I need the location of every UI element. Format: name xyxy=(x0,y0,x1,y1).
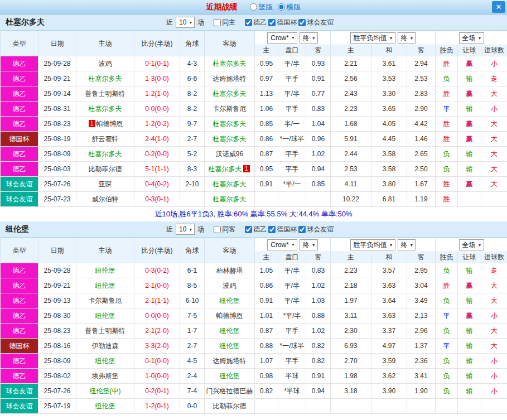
goals-result-cell: 小 xyxy=(481,56,507,71)
match-row: 德乙25-09-21杜塞尔多夫1-3(0-0)6-6达姆施塔特0.97平手0.9… xyxy=(1,71,507,86)
handicap-result-cell: 赢 xyxy=(458,117,481,132)
match-score: 0-2(0-0) xyxy=(134,147,180,162)
wdl-average-select[interactable]: 胜平负均值▼ xyxy=(350,32,395,44)
close-icon[interactable]: ✕ xyxy=(492,1,505,13)
league-filter-1-checkbox[interactable] xyxy=(268,19,276,26)
euro-draw-odds: 3.59 xyxy=(371,354,407,369)
final-odds-select-2[interactable]: 终▼ xyxy=(398,32,416,44)
team-name-text: 杜塞尔多夫 xyxy=(213,195,247,203)
asian-handicap-line: 平/半 xyxy=(278,56,306,71)
match-count-select[interactable]: 10▼ xyxy=(176,224,195,235)
column-header-home: 主场 xyxy=(76,31,134,56)
match-count-select[interactable]: 10▼ xyxy=(176,17,195,28)
league-filter-0[interactable]: 德乙 xyxy=(245,18,267,27)
league-filter-1[interactable]: 德国杯 xyxy=(268,225,297,234)
league-filter-0-checkbox[interactable] xyxy=(245,226,252,233)
vertical-layout-radio[interactable] xyxy=(250,3,257,11)
league-filter-1[interactable]: 德国杯 xyxy=(268,18,297,27)
team-title: 杜塞尔多夫 xyxy=(0,17,45,27)
away-team: 达姆施塔特 xyxy=(205,71,255,86)
match-row: 德国杯25-08-19舒云霍特2-4(1-0)2-7杜塞尔多夫0.86*一/球半… xyxy=(1,132,507,147)
asian-handicap-line: *一/球半 xyxy=(278,339,306,354)
odds-company-select[interactable]: Crow*▼ xyxy=(267,32,297,44)
match-row: 德乙25-08-09杜塞尔多夫0-2(0-0)5-2汉诺威960.87平手1.0… xyxy=(1,147,507,162)
match-row: 德乙25-08-09纽伦堡0-1(0-0)4-5达姆施塔特1.07平手0.822… xyxy=(1,354,507,369)
euro-away-odds: 2.50 xyxy=(407,162,436,177)
team-name-text: 杜塞尔多夫 xyxy=(213,90,247,98)
final-odds-select-2[interactable]: 终▼ xyxy=(398,239,416,250)
corner-score: 7-5 xyxy=(180,308,205,324)
league-filter-2-checkbox[interactable] xyxy=(298,226,306,233)
same-venue-filter[interactable]: 同主 xyxy=(214,18,235,27)
away-team: 杜塞尔多夫 xyxy=(205,132,255,147)
match-score: 5-1(1-1) xyxy=(134,162,180,177)
home-team: 伊勒迪森 xyxy=(76,339,134,354)
layout-option-horizontal[interactable]: 横版 xyxy=(278,2,301,12)
same-venue-filter-label: 同主 xyxy=(222,18,235,27)
away-team: 柏林赫塔 xyxy=(205,263,255,278)
euro-home-odds: 1.68 xyxy=(331,117,371,132)
away-team: 纽伦堡 xyxy=(205,293,255,308)
same-venue-filter[interactable]: 同客 xyxy=(214,225,235,234)
team-name-text: 柏林赫塔 xyxy=(216,267,243,274)
final-odds-select[interactable]: 终▼ xyxy=(300,32,318,44)
euro-home-odds: 2.30 xyxy=(331,324,371,339)
league-badge: 德乙 xyxy=(1,308,38,324)
asian-handicap-line: 平手 xyxy=(278,162,306,177)
league-filter-0-checkbox[interactable] xyxy=(245,19,252,26)
column-header-away: 客场 xyxy=(205,238,255,263)
match-date: 25-08-03 xyxy=(38,162,76,177)
team-name-text: 卡尔斯鲁厄 xyxy=(89,297,122,305)
match-row: 德乙25-09-28纽伦堡0-3(0-2)6-1柏林赫塔1.05平/半0.832… xyxy=(1,263,507,278)
euro-draw-odds: 3.62 xyxy=(371,369,407,384)
match-scope-select[interactable]: 全场▼ xyxy=(459,239,484,250)
league-badge: 球会友谊 xyxy=(1,384,38,399)
corner-score: 8-3 xyxy=(180,162,205,177)
asian-away-odds xyxy=(306,192,331,207)
wdl-average-select[interactable]: 胜平负均值▼ xyxy=(350,239,395,250)
euro-home-odds: 3.18 xyxy=(331,384,371,399)
league-filter-2[interactable]: 球会友谊 xyxy=(298,225,334,234)
team-name-text: 普鲁士明斯特 xyxy=(85,90,125,98)
handicap-result-cell: 输 xyxy=(458,102,481,117)
match-score: 2-1(2-0) xyxy=(134,324,180,339)
league-filter-0-label: 德乙 xyxy=(253,18,267,27)
odds-company-select[interactable]: Crow*▼ xyxy=(267,239,297,250)
asian-home-odds: 0.86 xyxy=(255,278,278,293)
final-odds-select[interactable]: 终▼ xyxy=(300,239,318,250)
asian-home-odds: 0.95 xyxy=(255,56,278,71)
match-scope-select[interactable]: 全场▼ xyxy=(459,32,484,44)
league-badge: 德乙 xyxy=(1,278,38,293)
team-name-text: 波鸡 xyxy=(99,60,112,67)
same-venue-filter-checkbox[interactable] xyxy=(214,226,221,233)
layout-option-vertical[interactable]: 竖版 xyxy=(250,2,273,12)
league-filter-1-checkbox[interactable] xyxy=(268,226,276,233)
titlebar-center: 近期战绩 竖版 横版 xyxy=(206,2,301,12)
match-row: 德乙25-09-28波鸡0-1(0-1)4-3杜塞尔多夫0.95平/半0.932… xyxy=(1,56,507,71)
column-header-eu_away: 客 xyxy=(407,252,436,263)
corner-score: 2-4 xyxy=(180,369,205,384)
league-filter-2[interactable]: 球会友谊 xyxy=(298,18,334,27)
results-table: 类型日期主场比分(半场)角球客场Crow*▼终▼胜平负均值▼终▼全场▼主盘口客主… xyxy=(0,238,507,414)
league-filter-0[interactable]: 德乙 xyxy=(245,225,267,234)
final-odds-select-2-value: 终 xyxy=(401,240,408,250)
asian-home-odds: 0.88 xyxy=(255,339,278,354)
handicap-result-cell: 输 xyxy=(458,71,481,86)
euro-home-odds: 6.93 xyxy=(331,339,371,354)
league-filter-2-checkbox[interactable] xyxy=(298,19,306,26)
euro-away-odds: 2.96 xyxy=(407,324,436,339)
games-label: 场 xyxy=(197,18,204,27)
home-team: 埃弗斯堡 xyxy=(76,369,134,384)
euro-home-odds: 4.11 xyxy=(331,177,371,192)
euro-draw-odds: 3.58 xyxy=(371,162,407,177)
team-section-1: 纽伦堡近10▼场同客德乙德国杯球会友谊类型日期主场比分(半场)角球客场Crow*… xyxy=(0,221,507,414)
result-cell: 负 xyxy=(436,324,458,339)
same-venue-filter-checkbox[interactable] xyxy=(214,19,221,26)
handicap-result-cell: 赢 xyxy=(458,56,481,71)
away-team: 杜塞尔多夫 xyxy=(205,177,255,192)
horizontal-layout-radio[interactable] xyxy=(278,3,285,11)
corner-score: 1-7 xyxy=(180,324,205,339)
handicap-result-cell: 输 xyxy=(458,369,481,384)
league-badge: 德乙 xyxy=(1,147,38,162)
home-team: 杜塞尔多夫 xyxy=(76,71,134,86)
